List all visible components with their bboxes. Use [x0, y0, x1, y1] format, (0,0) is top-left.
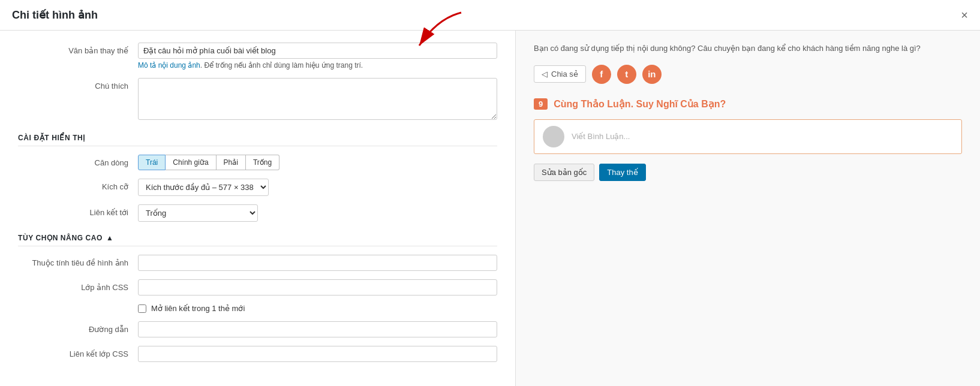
alt-text-row: Văn bản thay thế Mô tả nội dung ảnh. Đ	[18, 43, 497, 70]
align-none-button[interactable]: Trống	[246, 155, 279, 170]
twitter-share-button[interactable]: t	[617, 65, 636, 84]
close-button[interactable]: ×	[961, 9, 968, 21]
alt-text-hint-link[interactable]: Mô tả nội dung ảnh	[138, 61, 200, 70]
image-title-label: Thuộc tính tiêu đề hình ảnh	[18, 255, 138, 267]
edit-original-button[interactable]: Sửa bản gốc	[534, 164, 594, 181]
comment-box[interactable]: Viết Bình Luận...	[534, 119, 962, 154]
align-right-button[interactable]: Phải	[217, 155, 246, 170]
link-to-select[interactable]: Trống	[138, 204, 258, 222]
comment-placeholder: Viết Bình Luận...	[572, 132, 630, 141]
left-panel: Văn bản thay thế Mô tả nội dung ảnh. Đ	[0, 31, 516, 386]
link-css-control	[138, 346, 497, 362]
size-control: Kích thước đầy đủ – 577 × 338	[138, 179, 497, 196]
modal-body: Văn bản thay thế Mô tả nội dung ảnh. Đ	[0, 31, 980, 386]
link-css-input[interactable]	[138, 346, 497, 362]
alt-text-label: Văn bản thay thế	[18, 43, 138, 55]
alt-text-control: Mô tả nội dung ảnh. Để trống nếu ảnh chỉ…	[138, 43, 497, 70]
modal-header: Chi tiết hình ảnh ×	[0, 0, 980, 31]
link-to-control: Trống	[138, 204, 497, 222]
size-label: Kích cỡ	[18, 179, 138, 191]
modal-title: Chi tiết hình ảnh	[12, 8, 98, 22]
link-to-label: Liên kết tới	[18, 204, 138, 217]
alt-text-input[interactable]	[138, 43, 497, 59]
url-input[interactable]	[138, 321, 497, 337]
discussion-badge: 9	[534, 98, 548, 110]
avatar	[543, 126, 564, 147]
url-row: Đường dẫn	[18, 321, 497, 337]
caption-control	[138, 78, 497, 122]
open-new-tab-row: Mở liên kết trong 1 thẻ mới	[138, 304, 497, 313]
image-title-input[interactable]	[138, 255, 497, 271]
open-new-tab-checkbox[interactable]	[138, 304, 146, 313]
css-class-input[interactable]	[138, 279, 497, 295]
align-row: Căn dòng Trái Chính giữa Phải Trống	[18, 155, 497, 170]
share-icon: ◁	[542, 70, 548, 79]
action-buttons: Sửa bản gốc Thay thế	[534, 164, 962, 181]
size-select[interactable]: Kích thước đầy đủ – 577 × 338	[138, 179, 269, 196]
align-control: Trái Chính giữa Phải Trống	[138, 155, 497, 170]
replace-button[interactable]: Thay thế	[599, 164, 645, 181]
modal-overlay: Chi tiết hình ảnh × Văn bản thay thế	[0, 0, 980, 386]
share-button[interactable]: ◁ Chia sẻ	[534, 65, 586, 83]
display-section-title: CÀI ĐẶT HIỂN THỊ	[18, 134, 497, 146]
share-row: ◁ Chia sẻ f t in	[534, 65, 962, 84]
advanced-toggle[interactable]: TÙY CHỌN NÂNG CAO ▲	[18, 234, 497, 246]
size-row: Kích cỡ Kích thước đầy đủ – 577 × 338	[18, 179, 497, 196]
css-class-control	[138, 279, 497, 295]
promo-text: Bạn có đang sử dụng tiếp thị nội dung kh…	[534, 43, 962, 55]
caption-row: Chú thích	[18, 78, 497, 122]
image-title-row: Thuộc tính tiêu đề hình ảnh	[18, 255, 497, 271]
open-new-tab-label: Mở liên kết trong 1 thẻ mới	[151, 304, 245, 313]
link-css-label: Liên kết lớp CSS	[18, 346, 138, 358]
link-css-row: Liên kết lớp CSS	[18, 346, 497, 362]
discussion-header: 9 Cùng Thảo Luận. Suy Nghĩ Của Bạn?	[534, 98, 962, 110]
align-label: Căn dòng	[18, 155, 138, 167]
align-center-button[interactable]: Chính giữa	[166, 155, 216, 170]
right-panel: Bạn có đang sử dụng tiếp thị nội dung kh…	[516, 31, 980, 386]
alt-text-hint: Mô tả nội dung ảnh. Để trống nếu ảnh chỉ…	[138, 61, 497, 70]
link-to-row: Liên kết tới Trống	[18, 204, 497, 222]
css-class-label: Lớp ảnh CSS	[18, 279, 138, 292]
url-label: Đường dẫn	[18, 321, 138, 334]
align-left-button[interactable]: Trái	[138, 155, 166, 170]
image-title-control	[138, 255, 497, 271]
caption-label: Chú thích	[18, 78, 138, 91]
discussion-title: Cùng Thảo Luận. Suy Nghĩ Của Bạn?	[554, 98, 726, 110]
align-buttons: Trái Chính giữa Phải Trống	[138, 155, 497, 170]
caption-textarea[interactable]	[138, 78, 497, 120]
facebook-share-button[interactable]: f	[592, 65, 611, 84]
css-class-row: Lớp ảnh CSS	[18, 279, 497, 295]
url-control	[138, 321, 497, 337]
linkedin-share-button[interactable]: in	[642, 65, 662, 84]
